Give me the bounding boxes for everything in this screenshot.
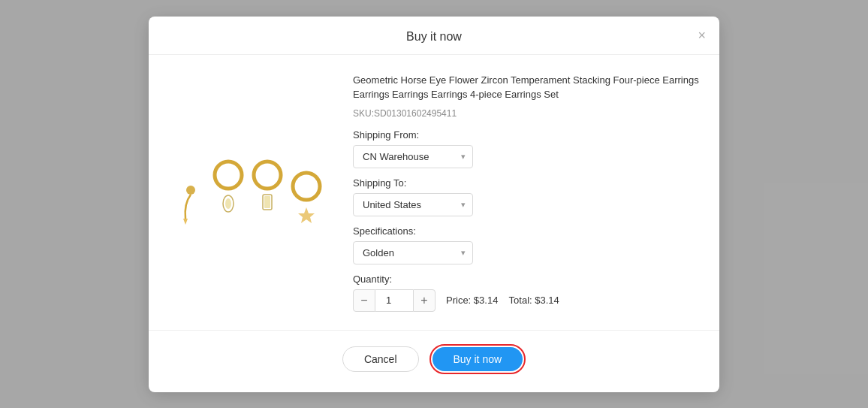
quantity-row: − + Price: $3.14 Total: $3.14 [353,289,701,312]
svg-point-8 [293,173,320,200]
specs-wrapper: Golden Silver Rose Gold ▾ [353,241,473,264]
close-button[interactable]: × [698,29,706,42]
product-images [167,73,332,312]
shipping-to-label: Shipping To: [353,177,701,189]
shipping-from-wrapper: CN Warehouse US Warehouse ▾ [353,145,473,168]
svg-point-0 [186,186,195,195]
product-name: Geometric Horse Eye Flower Zircon Temper… [353,73,701,102]
svg-marker-1 [183,219,188,225]
svg-point-5 [254,162,281,189]
svg-rect-7 [264,196,270,208]
buy-btn-wrapper: Buy it now [429,344,526,374]
earring-4-icon [291,170,322,226]
total-label: Total: $3.14 [509,295,559,306]
earring-set [176,151,322,234]
modal-footer: Cancel Buy it now [149,330,719,392]
svg-marker-9 [298,207,315,223]
quantity-increase-button[interactable]: + [413,289,436,312]
product-sku: SKU:SD01301602495411 [353,108,701,119]
svg-point-2 [215,162,242,189]
modal-overlay: Buy it now × [0,0,868,408]
quantity-decrease-button[interactable]: − [353,289,375,312]
earring-1-icon [176,181,205,226]
buy-now-button[interactable]: Buy it now [432,347,523,371]
shipping-from-select[interactable]: CN Warehouse US Warehouse [353,145,473,168]
specs-label: Specifications: [353,225,701,237]
quantity-label: Quantity: [353,274,701,285]
modal-body: Geometric Horse Eye Flower Zircon Temper… [149,55,719,330]
earring-2-icon [212,159,244,226]
modal-header: Buy it now × [149,17,719,55]
modal-title: Buy it now [406,30,462,43]
price-label: Price: $3.14 [446,295,498,306]
product-details: Geometric Horse Eye Flower Zircon Temper… [353,73,701,312]
specs-select[interactable]: Golden Silver Rose Gold [353,241,473,264]
shipping-from-label: Shipping From: [353,129,701,141]
svg-point-4 [225,198,231,209]
modal-dialog: Buy it now × [149,17,719,392]
quantity-input[interactable] [375,289,413,312]
earring-3-icon [252,159,283,226]
cancel-button[interactable]: Cancel [342,346,419,372]
shipping-to-wrapper: United States United Kingdom Australia C… [353,193,473,216]
price-info: Price: $3.14 Total: $3.14 [446,295,559,306]
shipping-to-select[interactable]: United States United Kingdom Australia C… [353,193,473,216]
